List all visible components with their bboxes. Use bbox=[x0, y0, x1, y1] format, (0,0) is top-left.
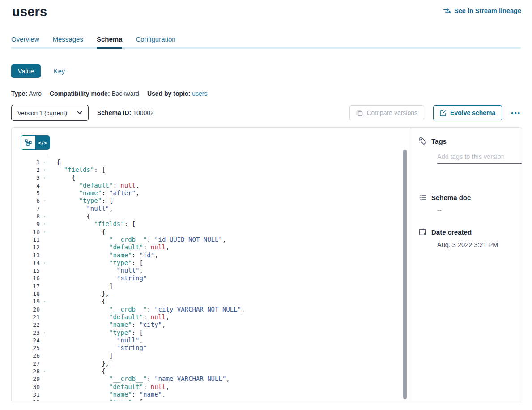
code-text: "string" bbox=[49, 344, 147, 352]
schema-id-value: 100002 bbox=[133, 109, 154, 116]
line-number: 2 bbox=[12, 166, 40, 174]
code-text: "type": [ bbox=[49, 197, 113, 205]
line-number: 25 bbox=[12, 344, 40, 352]
line-number: 9 bbox=[12, 220, 40, 228]
code-line: 1▾{ bbox=[12, 158, 411, 166]
fold-toggle-icon[interactable]: ▾ bbox=[40, 398, 49, 401]
code-text: "__crdb__": "name VARCHAR NULL", bbox=[49, 375, 230, 383]
compare-versions-button[interactable]: Compare versions bbox=[349, 105, 424, 120]
tab-messages[interactable]: Messages bbox=[53, 35, 83, 49]
line-number: 18 bbox=[12, 290, 40, 298]
fold-toggle-icon[interactable]: ▾ bbox=[40, 220, 49, 228]
fold-spacer bbox=[40, 274, 49, 282]
code-line: 5 "name": "after", bbox=[12, 189, 411, 197]
line-number: 27 bbox=[12, 360, 40, 367]
fold-spacer bbox=[40, 189, 49, 197]
code-text: "default": null, bbox=[49, 383, 170, 391]
topic-link[interactable]: users bbox=[192, 90, 207, 97]
tab-schema[interactable]: Schema bbox=[97, 35, 123, 49]
code-text: }, bbox=[49, 360, 109, 367]
code-line: 30 "default": null, bbox=[12, 383, 411, 391]
stream-lineage-link[interactable]: See in Stream lineage bbox=[443, 7, 521, 14]
fold-toggle-icon[interactable]: ▾ bbox=[40, 228, 49, 236]
line-number: 28 bbox=[12, 367, 40, 375]
code-text: "string" bbox=[49, 274, 147, 282]
code-text: "name": "city", bbox=[49, 321, 166, 329]
code-line: 29 "__crdb__": "name VARCHAR NULL", bbox=[12, 375, 411, 383]
tab-configuration[interactable]: Configuration bbox=[136, 35, 175, 49]
code-pane: </> 1▾{2▾ "fields": [3▾ {4 "default": nu… bbox=[12, 128, 411, 401]
line-number: 11 bbox=[12, 236, 40, 243]
code-text: }, bbox=[49, 290, 109, 298]
code-line: 20 "__crdb__": "city VARCHAR NOT NULL", bbox=[12, 306, 411, 313]
line-number: 32 bbox=[12, 398, 40, 401]
code-line: 14▾ "type": [ bbox=[12, 259, 411, 267]
version-select-value: Version 1 (current) bbox=[17, 110, 67, 116]
code-view-button[interactable]: </> bbox=[35, 136, 50, 149]
code-line: 12 "default": null, bbox=[12, 243, 411, 251]
evolve-schema-icon bbox=[440, 110, 447, 116]
code-editor[interactable]: 1▾{2▾ "fields": [3▾ {4 "default": null,5… bbox=[12, 158, 411, 401]
line-number: 29 bbox=[12, 375, 40, 383]
code-text: "default": null, bbox=[49, 313, 170, 321]
code-line: 25 "string" bbox=[12, 344, 411, 352]
fold-spacer bbox=[40, 337, 49, 344]
editor-scrollbar[interactable] bbox=[403, 150, 407, 399]
line-number: 21 bbox=[12, 313, 40, 321]
value-toggle-button[interactable]: Value bbox=[11, 64, 41, 78]
fold-toggle-icon[interactable]: ▾ bbox=[40, 329, 49, 337]
fold-toggle-icon[interactable]: ▾ bbox=[40, 166, 49, 174]
stream-lineage-icon bbox=[443, 8, 451, 14]
code-line: 32▾ "type": [ bbox=[12, 398, 411, 401]
fold-toggle-icon[interactable]: ▾ bbox=[40, 197, 49, 205]
schema-doc-section: Schema doc -- bbox=[419, 193, 515, 214]
code-line: 9▾ "fields": [ bbox=[12, 220, 411, 228]
fold-toggle-icon[interactable]: ▾ bbox=[40, 174, 49, 182]
code-line: 26 ] bbox=[12, 352, 411, 359]
fold-toggle-icon[interactable]: ▾ bbox=[40, 158, 49, 166]
code-text: "null", bbox=[49, 337, 143, 344]
fold-toggle-icon[interactable]: ▾ bbox=[40, 213, 49, 220]
chevron-down-icon bbox=[77, 111, 82, 115]
line-number: 19 bbox=[12, 298, 40, 305]
key-toggle-link[interactable]: Key bbox=[54, 68, 65, 75]
code-text: "type": [ bbox=[49, 398, 143, 401]
type-label: Type: bbox=[11, 90, 27, 97]
code-text: "null", bbox=[49, 267, 143, 274]
code-line: 8▾ { bbox=[12, 213, 411, 220]
code-line: 4 "default": null, bbox=[12, 182, 411, 189]
code-line: 22 "name": "city", bbox=[12, 321, 411, 329]
code-line: 18 }, bbox=[12, 290, 411, 298]
tags-section: Tags bbox=[419, 137, 515, 174]
fold-spacer bbox=[40, 306, 49, 313]
fold-spacer bbox=[40, 313, 49, 321]
date-created-icon bbox=[419, 228, 427, 236]
tags-title: Tags bbox=[431, 137, 447, 145]
code-line: 27 }, bbox=[12, 360, 411, 367]
more-options-button[interactable]: ••• bbox=[511, 110, 521, 116]
evolve-schema-button[interactable]: Evolve schema bbox=[433, 105, 502, 120]
fold-toggle-icon[interactable]: ▾ bbox=[40, 298, 49, 305]
code-text: { bbox=[49, 367, 106, 375]
gutter-divider bbox=[49, 155, 49, 401]
code-text: "__crdb__": "id UUID NOT NULL", bbox=[49, 236, 226, 243]
code-line: 24 "null", bbox=[12, 337, 411, 344]
version-select[interactable]: Version 1 (current) bbox=[11, 105, 89, 121]
line-number: 20 bbox=[12, 306, 40, 313]
code-line: 13 "name": "id", bbox=[12, 252, 411, 259]
schema-meta-row: Type: Avro Compatibility mode: Backward … bbox=[11, 90, 521, 97]
fold-spacer bbox=[40, 236, 49, 243]
code-text: { bbox=[49, 298, 106, 305]
version-bar: Version 1 (current) Schema ID: 100002 Co… bbox=[11, 105, 521, 121]
line-number: 10 bbox=[12, 228, 40, 236]
line-number: 3 bbox=[12, 174, 40, 182]
code-text: "name": "after", bbox=[49, 189, 139, 197]
code-line: 17 ] bbox=[12, 282, 411, 290]
line-number: 8 bbox=[12, 213, 40, 220]
tree-view-button[interactable] bbox=[21, 136, 35, 149]
fold-toggle-icon[interactable]: ▾ bbox=[40, 259, 49, 267]
line-number: 13 bbox=[12, 252, 40, 259]
add-tags-input[interactable] bbox=[437, 153, 522, 164]
tab-overview[interactable]: Overview bbox=[11, 35, 39, 49]
fold-toggle-icon[interactable]: ▾ bbox=[40, 367, 49, 375]
